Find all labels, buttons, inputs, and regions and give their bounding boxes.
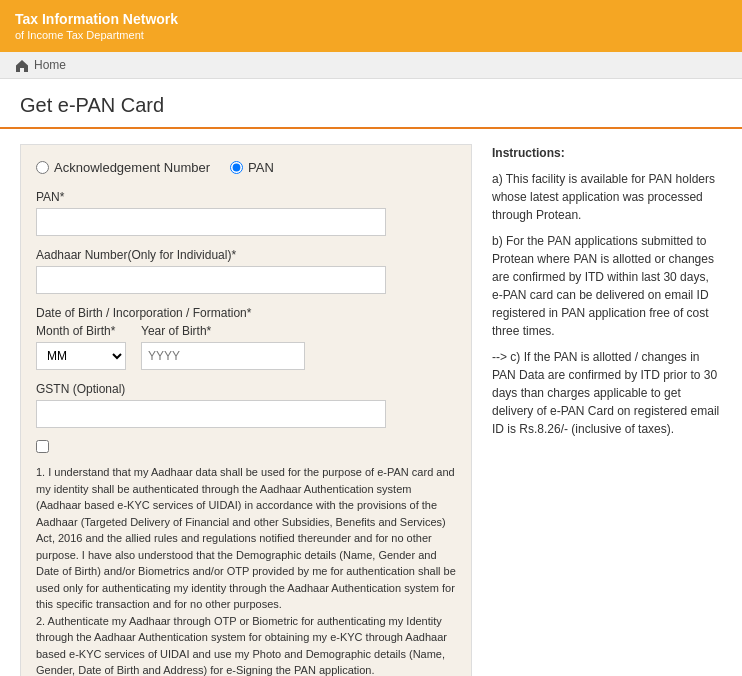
page-title: Get e-PAN Card — [20, 94, 722, 117]
header-line2: of Income Tax Department — [15, 28, 178, 42]
gstn-label: GSTN (Optional) — [36, 382, 456, 396]
page-title-section: Get e-PAN Card — [0, 79, 742, 129]
terms-text: 1. I understand that my Aadhaar data sha… — [36, 464, 456, 676]
radio-group: Acknowledgement Number PAN — [36, 160, 456, 175]
year-label: Year of Birth* — [141, 324, 305, 338]
aadhaar-input[interactable] — [36, 266, 386, 294]
month-label: Month of Birth* — [36, 324, 126, 338]
breadcrumb: Home — [0, 52, 742, 79]
month-select[interactable]: MM 01 02 03 04 05 06 07 08 09 10 11 12 — [36, 342, 126, 370]
gstn-field: GSTN (Optional) — [36, 382, 456, 428]
instructions-para-b: b) For the PAN applications submitted to… — [492, 232, 722, 340]
dob-row: Month of Birth* MM 01 02 03 04 05 06 07 … — [36, 324, 456, 370]
form-section: Acknowledgement Number PAN PAN* Aadhaar … — [20, 144, 472, 676]
year-input[interactable] — [141, 342, 305, 370]
radio-acknowledgement-label: Acknowledgement Number — [54, 160, 210, 175]
home-icon — [15, 59, 29, 72]
month-field: Month of Birth* MM 01 02 03 04 05 06 07 … — [36, 324, 126, 370]
gstn-input[interactable] — [36, 400, 386, 428]
header-text: Tax Information Network of Income Tax De… — [15, 10, 178, 42]
radio-acknowledgement[interactable] — [36, 161, 49, 174]
dob-section: Date of Birth / Incorporation / Formatio… — [36, 306, 456, 370]
radio-pan[interactable] — [230, 161, 243, 174]
instructions-section: Instructions: a) This facility is availa… — [492, 144, 722, 676]
radio-pan-option[interactable]: PAN — [230, 160, 274, 175]
checkbox-wrapper — [36, 440, 456, 456]
aadhaar-field: Aadhaar Number(Only for Individual)* — [36, 248, 456, 294]
instructions-para-a: a) This facility is available for PAN ho… — [492, 170, 722, 224]
pan-field: PAN* — [36, 190, 456, 236]
dob-section-label: Date of Birth / Incorporation / Formatio… — [36, 306, 456, 320]
aadhaar-label: Aadhaar Number(Only for Individual)* — [36, 248, 456, 262]
breadcrumb-home-link[interactable]: Home — [34, 58, 66, 72]
terms-paragraph: 1. I understand that my Aadhaar data sha… — [36, 466, 456, 676]
instructions-para-c: --> c) If the PAN is allotted / changes … — [492, 348, 722, 438]
pan-label: PAN* — [36, 190, 456, 204]
terms-checkbox[interactable] — [36, 440, 49, 453]
header: Tax Information Network of Income Tax De… — [0, 0, 742, 52]
main-content: Acknowledgement Number PAN PAN* Aadhaar … — [0, 129, 742, 676]
year-field: Year of Birth* — [141, 324, 305, 370]
radio-acknowledgement-option[interactable]: Acknowledgement Number — [36, 160, 210, 175]
radio-pan-label: PAN — [248, 160, 274, 175]
pan-input[interactable] — [36, 208, 386, 236]
instructions-title: Instructions: — [492, 144, 722, 162]
header-line1: Tax Information Network — [15, 10, 178, 28]
